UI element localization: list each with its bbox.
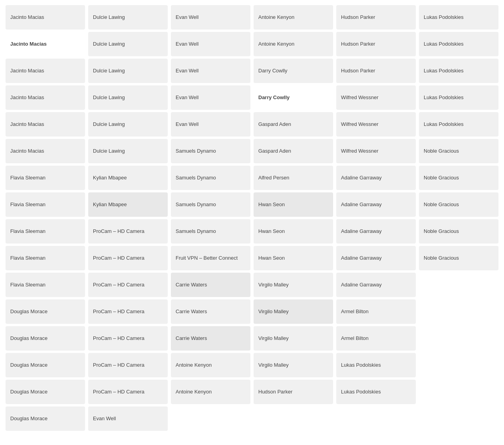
list-item[interactable]: Evan Well (171, 85, 250, 110)
list-item[interactable]: Noble Gracious (419, 139, 498, 163)
list-item[interactable]: Evan Well (171, 32, 250, 56)
list-item[interactable]: Wilfred Wessner (336, 112, 416, 137)
list-item[interactable]: Hudson Parker (254, 380, 333, 404)
list-item[interactable]: Lukas Podolskies (419, 5, 498, 30)
list-item[interactable]: ProCam – HD Camera (88, 326, 168, 351)
list-item[interactable] (419, 326, 498, 351)
list-item[interactable]: Jacinto Macias (6, 32, 85, 56)
list-item[interactable]: Lukas Podolskies (419, 32, 498, 56)
list-item[interactable]: Douglas Morace (6, 380, 85, 404)
list-item[interactable]: Adaline Garraway (336, 246, 416, 270)
list-item[interactable]: Noble Gracious (419, 166, 498, 190)
list-item[interactable]: Noble Gracious (419, 192, 498, 217)
cell-text: Virgilo Malley (258, 335, 289, 342)
list-item[interactable]: Flavia Sleeman (6, 246, 85, 270)
list-item[interactable]: Lukas Podolskies (419, 112, 498, 137)
list-item[interactable]: Jacinto Macias (6, 59, 85, 83)
cell-text: Hudson Parker (258, 388, 293, 395)
list-item[interactable]: Noble Gracious (419, 219, 498, 244)
list-item[interactable]: Armel Bilton (336, 299, 416, 324)
list-item[interactable]: Antoine Kenyon (171, 353, 250, 377)
column-3: Evan WellEvan WellEvan WellEvan WellEvan… (169, 4, 252, 432)
list-item[interactable]: Flavia Sleeman (6, 192, 85, 217)
list-item[interactable] (419, 406, 498, 431)
list-item[interactable]: Antoine Kenyon (254, 5, 333, 30)
list-item[interactable]: Alfred Persen (254, 166, 333, 190)
list-item[interactable]: Virgilo Malley (254, 299, 333, 324)
list-item[interactable]: Wilfred Wessner (336, 85, 416, 110)
list-item[interactable] (419, 273, 498, 297)
list-item[interactable] (336, 406, 416, 431)
list-item[interactable]: Carrie Waters (171, 273, 250, 297)
list-item[interactable]: Flavia Sleeman (6, 273, 85, 297)
list-item[interactable] (419, 353, 498, 377)
list-item[interactable]: Flavia Sleeman (6, 166, 85, 190)
list-item[interactable]: Lukas Podolskies (419, 85, 498, 110)
list-item[interactable]: Carrie Waters (171, 326, 250, 351)
list-item[interactable]: Evan Well (171, 59, 250, 83)
list-item[interactable]: Lukas Podolskies (336, 380, 416, 404)
list-item[interactable]: Hwan Seon (254, 192, 333, 217)
list-item[interactable]: Jacinto Macias (6, 112, 85, 137)
list-item[interactable] (254, 406, 333, 431)
list-item[interactable]: Douglas Morace (6, 326, 85, 351)
list-item[interactable]: Virgilo Malley (254, 326, 333, 351)
list-item[interactable]: Hudson Parker (336, 32, 416, 56)
list-item[interactable]: Samuels Dynamo (171, 219, 250, 244)
list-item[interactable]: Samuels Dynamo (171, 166, 250, 190)
list-item[interactable]: ProCam – HD Camera (88, 380, 168, 404)
list-item[interactable]: Douglas Morace (6, 406, 85, 431)
list-item[interactable] (419, 299, 498, 324)
list-item[interactable]: ProCam – HD Camera (88, 273, 168, 297)
list-item[interactable]: Carrie Waters (171, 299, 250, 324)
list-item[interactable]: Douglas Morace (6, 353, 85, 377)
list-item[interactable]: Samuels Dynamo (171, 192, 250, 217)
list-item[interactable]: Adaline Garraway (336, 166, 416, 190)
list-item[interactable]: Flavia Sleeman (6, 219, 85, 244)
list-item[interactable]: Darry Cowlly (254, 85, 333, 110)
list-item[interactable]: ProCam – HD Camera (88, 219, 168, 244)
list-item[interactable]: Evan Well (171, 5, 250, 30)
list-item[interactable]: Virgilo Malley (254, 353, 333, 377)
list-item[interactable]: Antoine Kenyon (171, 380, 250, 404)
list-item[interactable]: Adaline Garraway (336, 219, 416, 244)
list-item[interactable]: Hudson Parker (336, 59, 416, 83)
list-item[interactable]: Fruit VPN – Better Connect (171, 246, 250, 270)
list-item[interactable]: Hwan Seon (254, 219, 333, 244)
list-item[interactable]: ProCam – HD Camera (88, 353, 168, 377)
list-item[interactable]: Samuels Dynamo (171, 139, 250, 163)
list-item[interactable]: Virgilo Malley (254, 273, 333, 297)
list-item[interactable]: Dulcie Lawing (88, 32, 168, 56)
list-item[interactable]: Dulcie Lawing (88, 112, 168, 137)
list-item[interactable]: Kylian Mbapee (88, 192, 168, 217)
list-item[interactable]: Dulcie Lawing (88, 139, 168, 163)
list-item[interactable]: Gaspard Aden (254, 112, 333, 137)
list-item[interactable]: Douglas Morace (6, 299, 85, 324)
list-item[interactable]: Evan Well (171, 112, 250, 137)
list-item[interactable]: Adaline Garraway (336, 192, 416, 217)
list-item[interactable]: Dulcie Lawing (88, 59, 168, 83)
list-item[interactable]: Dulcie Lawing (88, 85, 168, 110)
list-item[interactable]: Evan Well (88, 406, 168, 431)
list-item[interactable]: Noble Gracious (419, 246, 498, 270)
list-item[interactable]: Lukas Podolskies (419, 59, 498, 83)
list-item[interactable]: Darry Cowlly (254, 59, 333, 83)
list-item[interactable] (171, 406, 250, 431)
list-item[interactable]: Jacinto Macias (6, 139, 85, 163)
list-item[interactable]: Hudson Parker (336, 5, 416, 30)
cell-text: Jacinto Macias (10, 14, 44, 21)
list-item[interactable]: Wilfred Wessner (336, 139, 416, 163)
list-item[interactable]: Dulcie Lawing (88, 5, 168, 30)
list-item[interactable]: Hwan Seon (254, 246, 333, 270)
list-item[interactable]: Gaspard Aden (254, 139, 333, 163)
list-item[interactable]: ProCam – HD Camera (88, 299, 168, 324)
list-item[interactable]: Armel Bilton (336, 326, 416, 351)
list-item[interactable]: Antoine Kenyon (254, 32, 333, 56)
list-item[interactable]: Jacinto Macias (6, 5, 85, 30)
list-item[interactable] (419, 380, 498, 404)
list-item[interactable]: Lukas Podolskies (336, 353, 416, 377)
list-item[interactable]: Jacinto Macias (6, 85, 85, 110)
list-item[interactable]: ProCam – HD Camera (88, 246, 168, 270)
list-item[interactable]: Adaline Garraway (336, 273, 416, 297)
list-item[interactable]: Kylian Mbapee (88, 166, 168, 190)
